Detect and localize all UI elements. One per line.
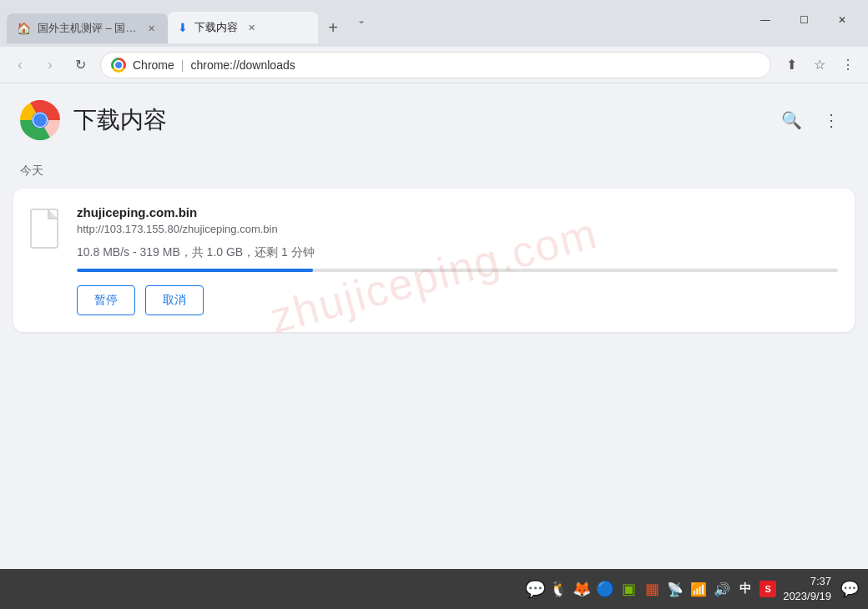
taskbar-bluetooth-icon[interactable]: 🔵 — [596, 580, 614, 598]
minimize-button[interactable]: — — [746, 7, 785, 33]
taskbar-clock: 7:37 2023/9/19 — [783, 574, 831, 604]
download-progress-bar — [77, 269, 838, 272]
cancel-button[interactable]: 取消 — [145, 285, 204, 315]
svg-point-3 — [33, 113, 47, 127]
close-button[interactable]: ✕ — [823, 7, 861, 33]
taskbar-browser-icon[interactable]: 🦊 — [573, 580, 591, 598]
download-url: http://103.173.155.80/zhujiceping.com.bi… — [77, 223, 838, 235]
search-button[interactable]: 🔍 — [775, 103, 808, 137]
taskbar-time: 7:37 — [783, 574, 831, 589]
tab-active[interactable]: ⬇ 下载内容 ✕ — [168, 12, 318, 43]
download-filename: zhujiceping.com.bin — [77, 205, 838, 219]
taskbar-qq-icon[interactable]: 🐧 — [549, 580, 568, 598]
taskbar-icons: 💬 🐧 🦊 🔵 ▣ ▦ 📡 📶 🔊 中 S — [526, 580, 783, 598]
back-button[interactable]: ‹ — [7, 52, 33, 78]
taskbar-ime-icon[interactable]: 中 — [736, 580, 754, 598]
taskbar-date: 2023/9/19 — [783, 589, 831, 604]
page-header: 下载内容 🔍 ⋮ — [0, 83, 868, 157]
tab-inactive-label: 国外主机测评 – 国外VPS... — [38, 21, 138, 36]
forward-button[interactable]: › — [37, 52, 63, 78]
header-actions: 🔍 ⋮ — [775, 103, 848, 137]
titlebar: 🏠 国外主机测评 – 国外VPS... ✕ ⬇ 下载内容 ✕ + ⌄ — ☐ ✕ — [0, 0, 868, 47]
address-url: chrome://downloads — [190, 58, 295, 72]
download-progress-fill — [77, 269, 313, 272]
tab-inactive[interactable]: 🏠 国外主机测评 – 国外VPS... ✕ — [7, 13, 168, 43]
file-icon — [30, 209, 63, 249]
tab-inactive-close[interactable]: ✕ — [144, 22, 158, 35]
tab-chevron-icon[interactable]: ⌄ — [348, 7, 375, 33]
download-status: 10.8 MB/s - 319 MB，共 1.0 GB，还剩 1 分钟 — [77, 245, 838, 260]
nav-right-icons: ⬆ ☆ ⋮ — [778, 52, 861, 78]
taskbar-design-icon[interactable]: ▦ — [643, 580, 661, 598]
address-bar[interactable]: Chrome | chrome://downloads — [100, 52, 771, 78]
tab-active-label: 下载内容 — [194, 20, 238, 35]
taskbar-wifi-icon[interactable]: 📶 — [689, 580, 708, 598]
window-controls: — ☐ ✕ — [746, 7, 868, 40]
download-card: zhujiceping.com.bin http://103.173.155.8… — [13, 189, 855, 332]
taskbar-wechat-icon[interactable]: 💬 — [526, 580, 544, 598]
share-button[interactable]: ⬆ — [778, 52, 805, 78]
reload-button[interactable]: ↻ — [67, 52, 93, 78]
chrome-logo-big-icon — [20, 100, 60, 140]
taskbar-nvidia-icon[interactable]: ▣ — [619, 580, 638, 598]
download-info: zhujiceping.com.bin http://103.173.155.8… — [77, 205, 838, 315]
section-label-today: 今天 — [0, 157, 868, 185]
download-actions: 暂停 取消 — [77, 285, 838, 315]
more-options-button[interactable]: ⋮ — [815, 103, 848, 137]
address-divider: | — [181, 58, 184, 72]
bookmark-button[interactable]: ☆ — [806, 52, 833, 78]
taskbar-notification-icon[interactable]: 💬 — [838, 577, 861, 601]
taskbar-volume-icon[interactable]: 🔊 — [713, 580, 731, 598]
taskbar-sogou-icon[interactable]: S — [760, 581, 776, 597]
page-title: 下载内容 — [73, 104, 167, 136]
new-tab-button[interactable]: + — [321, 16, 345, 39]
maximize-button[interactable]: ☐ — [785, 7, 823, 33]
page-content: zhujiceping.com 下载内容 🔍 ⋮ 今天 — [0, 83, 868, 569]
pause-button[interactable]: 暂停 — [77, 285, 135, 315]
taskbar: 💬 🐧 🦊 🔵 ▣ ▦ 📡 📶 🔊 中 S 7:37 2023/9/19 💬 — [0, 569, 868, 609]
menu-button[interactable]: ⋮ — [835, 52, 861, 78]
chrome-logo-icon — [111, 58, 126, 73]
taskbar-network-icon[interactable]: 📡 — [666, 580, 684, 598]
brand-label: Chrome — [133, 58, 174, 72]
navbar: ‹ › ↻ Chrome | chrome://downloads ⬆ ☆ ⋮ — [0, 47, 868, 83]
tab-active-close[interactable]: ✕ — [245, 21, 258, 34]
